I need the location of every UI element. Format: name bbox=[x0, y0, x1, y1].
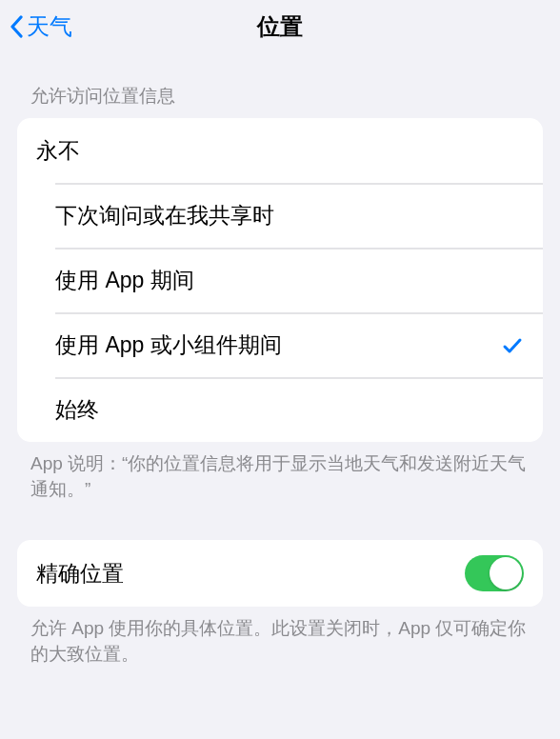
location-option-2[interactable]: 使用 App 期间 bbox=[55, 248, 543, 312]
precise-location-label: 精确位置 bbox=[36, 559, 124, 589]
location-option-4[interactable]: 始终 bbox=[55, 377, 543, 442]
option-label: 使用 App 期间 bbox=[55, 266, 194, 295]
back-button[interactable]: 天气 bbox=[8, 11, 72, 42]
location-access-group: 永不下次询问或在我共享时使用 App 期间使用 App 或小组件期间始终 bbox=[17, 118, 543, 442]
section-header-location-access: 允许访问位置信息 bbox=[0, 53, 560, 118]
page-title: 位置 bbox=[257, 11, 303, 42]
checkmark-icon bbox=[501, 334, 524, 357]
section-footer-precise: 允许 App 使用你的具体位置。此设置关闭时，App 仅可确定你的大致位置。 bbox=[0, 607, 560, 667]
location-option-0[interactable]: 永不 bbox=[36, 118, 543, 183]
precise-location-toggle[interactable] bbox=[465, 555, 524, 591]
precise-location-row: 精确位置 bbox=[17, 540, 543, 607]
precise-location-group: 精确位置 bbox=[17, 540, 543, 607]
nav-bar: 天气 位置 bbox=[0, 0, 560, 53]
option-label: 使用 App 或小组件期间 bbox=[55, 330, 282, 360]
option-label: 始终 bbox=[55, 395, 99, 425]
location-option-3[interactable]: 使用 App 或小组件期间 bbox=[55, 312, 543, 377]
location-option-1[interactable]: 下次询问或在我共享时 bbox=[55, 183, 543, 248]
option-label: 下次询问或在我共享时 bbox=[55, 201, 274, 230]
back-label: 天气 bbox=[27, 11, 72, 42]
section-footer-app-description: App 说明：“你的位置信息将用于显示当地天气和发送附近天气通知。” bbox=[0, 442, 560, 502]
toggle-knob bbox=[490, 557, 522, 589]
back-chevron-icon bbox=[8, 13, 25, 40]
option-label: 永不 bbox=[36, 136, 80, 166]
